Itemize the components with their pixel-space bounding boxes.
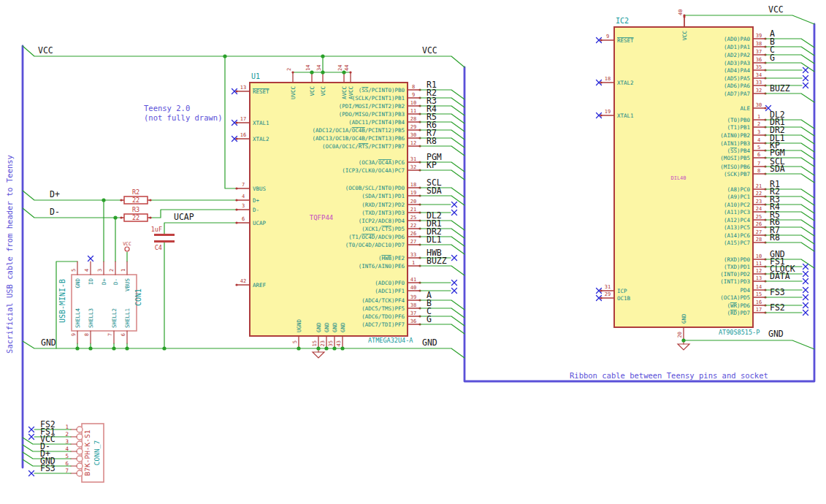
net-label: SDA <box>427 186 442 196</box>
pin-number: 12 <box>756 268 762 274</box>
pin-name: (AD7)PA7 <box>724 91 750 97</box>
wire <box>420 324 464 334</box>
net-label: UCAP <box>174 212 194 222</box>
pin-name: SHELL2 <box>111 308 118 328</box>
net-label: R8 <box>770 232 780 243</box>
component-value: 1uF <box>151 226 162 233</box>
pin-number: 4 <box>242 194 245 199</box>
pin-number: 36 <box>756 57 762 63</box>
pin-name: (AD0)PA0 <box>724 36 751 42</box>
pin-name: SHELL4 <box>74 308 81 328</box>
net-label: FS3 <box>40 463 56 473</box>
pin-number: 25 <box>756 214 762 220</box>
pin-end-dot <box>235 187 237 189</box>
net-label: D+ <box>50 189 60 199</box>
no-connect-icon <box>452 202 457 207</box>
no-connect-icon <box>29 471 34 476</box>
pin-number: 34 <box>316 65 322 71</box>
no-connect-icon <box>803 295 808 300</box>
pin-number: 2 <box>757 121 760 127</box>
net-label: VCC <box>422 45 437 56</box>
pin-number: 23 <box>756 199 762 205</box>
component-ref: C4 <box>155 244 162 251</box>
pin-number: 28 <box>410 116 416 122</box>
pin-name: (ADC5/TMS)PF5 <box>362 305 405 312</box>
net-label: DL1 <box>427 234 442 245</box>
pin-name: GND <box>332 322 338 332</box>
pin-number: 24 <box>756 206 762 212</box>
cap-plate <box>154 234 175 236</box>
pin-number: 4 <box>84 269 90 272</box>
pin-end-dot <box>235 221 237 224</box>
component-ref: IC2 <box>616 17 629 25</box>
pin-end-dot <box>235 199 237 201</box>
pin-number: 2 <box>286 68 292 71</box>
net-label: SDA <box>770 164 785 174</box>
pin-number: 33 <box>756 80 762 85</box>
pin-name: SHELL1 <box>124 308 131 328</box>
net-label: VCC <box>768 4 784 15</box>
pin-number: 8 <box>412 84 415 90</box>
pin-name: ALE <box>740 105 750 112</box>
pin-pad <box>77 463 83 469</box>
pin-name: (ADC0)PF0 <box>375 280 405 286</box>
pin-name: (SCLK/PCINT1)PB1 <box>352 95 405 102</box>
pin-number: 4 <box>65 446 69 452</box>
pin-name: (T1)PB1 <box>727 124 750 131</box>
pin-number: 12 <box>410 140 416 146</box>
pin-name: XTAL1 <box>253 120 269 126</box>
pin-name: AREF <box>253 282 267 289</box>
pin-end-dot <box>764 107 766 109</box>
no-connect-icon <box>803 303 808 308</box>
pin-name: GND <box>316 322 322 332</box>
pin-name: GND <box>74 278 81 289</box>
pin-number: 1 <box>121 269 126 272</box>
no-connect-icon <box>88 256 93 261</box>
connector-conn7: B7K-PH-K-S1CONN_71FS22FS13VCC4D-5D+6GND7… <box>23 419 104 482</box>
pin-name: (TXD)PD1 <box>724 264 750 270</box>
annotation-text: Ribbon cable between Teensy pins and soc… <box>570 371 768 380</box>
pin-name: (HWB)PE2 <box>378 255 405 261</box>
pin-number: 32 <box>410 164 416 170</box>
component-ref: R2 <box>132 188 139 196</box>
capacitor-c4: 1uFC4 <box>151 226 175 251</box>
pin-name: (ADC6/TDO)PF6 <box>362 313 405 320</box>
pin-name: (INT6/AIN0)PE6 <box>359 263 405 270</box>
pin-name: (ADC12/OC1A/OC4B/PCINT12)PB5 <box>313 127 405 134</box>
pin-name: (T1/OC4D/ADC9)PD6 <box>348 234 405 240</box>
pin-pad <box>77 434 83 440</box>
pin-name: AVCC <box>348 86 354 99</box>
pin-number: 21 <box>756 183 762 189</box>
component-ref: R3 <box>132 206 139 213</box>
no-connect-icon <box>803 76 808 81</box>
pin-name: (A14)PC6 <box>724 232 751 239</box>
pin-name: (OC1A)PD5 <box>720 294 750 301</box>
pin-number: 38 <box>756 41 762 47</box>
pin-number: 13 <box>240 85 246 91</box>
pin-number: 13 <box>756 275 762 281</box>
pin-name: (MISO)PB6 <box>720 164 750 170</box>
pin-name: ID <box>88 278 94 286</box>
pin-number: 44 <box>344 65 350 71</box>
pin-name: (INT1)PD3 <box>720 278 750 285</box>
pin-name: (ICP2/ADC8)PD4 <box>359 218 405 224</box>
pin-name: (AD4)PA4 <box>724 67 751 74</box>
cap-plate <box>154 240 175 243</box>
pin-name: (TXD/INT3)PD3 <box>362 210 405 216</box>
component-part: ATMEGA32U4-A <box>368 337 413 344</box>
pin-pad <box>77 470 83 476</box>
pin-name: (RD)PD7 <box>727 310 750 316</box>
pin-name: (A12)PC4 <box>724 217 751 224</box>
junction-dot <box>681 338 685 342</box>
pin-number: 10 <box>756 253 762 259</box>
pin-number: 9 <box>412 92 415 98</box>
pin-name: GND <box>340 322 346 332</box>
net-label: D- <box>50 207 60 217</box>
pin-number: 11 <box>756 261 762 267</box>
vcc-text: VCC <box>123 241 131 247</box>
net-label: KP <box>427 160 437 170</box>
pin-number: 5 <box>71 269 77 272</box>
pin-name: D- <box>253 207 259 213</box>
pin-end-dot <box>120 199 122 201</box>
junction-dot <box>342 70 345 74</box>
